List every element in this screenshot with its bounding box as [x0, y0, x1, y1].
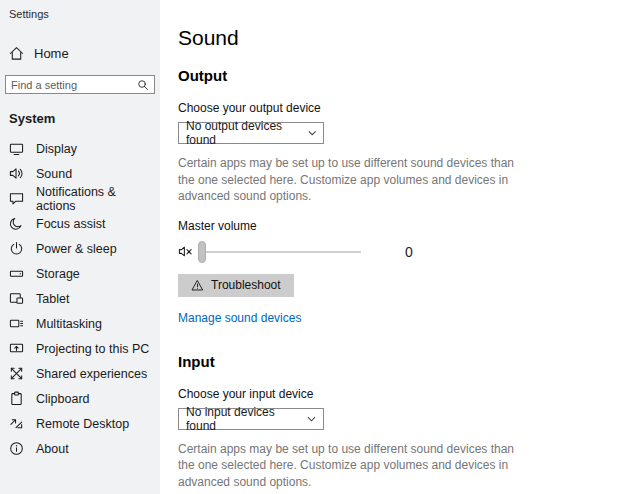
output-manage-sound-devices-link[interactable]: Manage sound devices: [178, 311, 301, 325]
sidebar-item-label: Storage: [36, 267, 80, 281]
output-device-value: No output devices found: [186, 119, 308, 147]
sidebar-item-label: Multitasking: [36, 317, 102, 331]
sidebar-item-sound[interactable]: Sound: [0, 161, 160, 186]
sidebar-item-label: Tablet: [36, 292, 69, 306]
sidebar-item-label: Notifications & actions: [36, 185, 151, 213]
sidebar-section-system: System: [0, 111, 160, 126]
warning-icon: [191, 279, 204, 292]
sidebar-nav: Display Sound Notifications & actions Fo…: [0, 136, 160, 461]
sidebar-item-label: About: [36, 442, 69, 456]
input-section-title: Input: [178, 353, 640, 370]
master-volume-slider[interactable]: [198, 251, 361, 253]
page-title: Sound: [178, 26, 640, 50]
sidebar-item-clipboard[interactable]: Clipboard: [0, 386, 160, 411]
settings-window: Settings Home System Display: [0, 0, 640, 494]
speaker-muted-icon[interactable]: [178, 244, 193, 259]
power-icon: [9, 241, 24, 256]
input-device-value: No input devices found: [186, 405, 307, 433]
sidebar-item-notifications[interactable]: Notifications & actions: [0, 186, 160, 211]
sidebar: Settings Home System Display: [0, 0, 160, 494]
sidebar-item-remote-desktop[interactable]: Remote Desktop: [0, 411, 160, 436]
output-device-label: Choose your output device: [178, 101, 640, 115]
output-troubleshoot-button[interactable]: Troubleshoot: [178, 274, 294, 297]
input-device-label: Choose your input device: [178, 387, 640, 401]
home-label: Home: [34, 46, 69, 61]
chevron-down-icon: [307, 416, 316, 422]
home-icon: [9, 46, 24, 61]
focus-assist-icon: [9, 216, 24, 231]
sidebar-item-about[interactable]: About: [0, 436, 160, 461]
master-volume-row: 0: [178, 241, 640, 263]
sidebar-item-multitasking[interactable]: Multitasking: [0, 311, 160, 336]
shared-experiences-icon: [9, 366, 24, 381]
search-box[interactable]: [5, 75, 155, 94]
sidebar-item-shared-experiences[interactable]: Shared experiences: [0, 361, 160, 386]
sidebar-item-label: Power & sleep: [36, 242, 117, 256]
master-volume-value: 0: [405, 244, 413, 260]
sidebar-item-power-sleep[interactable]: Power & sleep: [0, 236, 160, 261]
sidebar-item-label: Shared experiences: [36, 367, 147, 381]
sidebar-item-home[interactable]: Home: [0, 41, 160, 66]
input-description: Certain apps may be set up to use differ…: [178, 441, 516, 491]
master-volume-slider-thumb[interactable]: [198, 241, 206, 263]
about-icon: [9, 441, 24, 456]
search-input[interactable]: [11, 79, 137, 91]
sidebar-item-label: Clipboard: [36, 392, 90, 406]
tablet-icon: [9, 291, 24, 306]
sound-icon: [9, 166, 24, 181]
sidebar-item-tablet[interactable]: Tablet: [0, 286, 160, 311]
sidebar-item-label: Remote Desktop: [36, 417, 129, 431]
clipboard-icon: [9, 391, 24, 406]
input-device-dropdown[interactable]: No input devices found: [178, 408, 324, 430]
remote-desktop-icon: [9, 416, 24, 431]
search-icon[interactable]: [137, 79, 149, 91]
multitasking-icon: [9, 316, 24, 331]
sidebar-item-label: Projecting to this PC: [36, 342, 149, 356]
projecting-icon: [9, 341, 24, 356]
window-title: Settings: [0, 8, 160, 20]
master-volume-label: Master volume: [178, 219, 640, 233]
sidebar-item-focus-assist[interactable]: Focus assist: [0, 211, 160, 236]
sidebar-item-storage[interactable]: Storage: [0, 261, 160, 286]
sidebar-item-projecting[interactable]: Projecting to this PC: [0, 336, 160, 361]
chevron-down-icon: [308, 130, 316, 136]
sidebar-item-label: Sound: [36, 167, 72, 181]
display-icon: [9, 141, 24, 156]
output-device-dropdown[interactable]: No output devices found: [178, 122, 324, 144]
sidebar-item-label: Focus assist: [36, 217, 105, 231]
troubleshoot-label: Troubleshoot: [211, 278, 281, 292]
notifications-icon: [9, 191, 24, 206]
output-section-title: Output: [178, 67, 640, 84]
sidebar-item-display[interactable]: Display: [0, 136, 160, 161]
main-content: Sound Output Choose your output device N…: [160, 0, 640, 494]
storage-icon: [9, 266, 24, 281]
output-description: Certain apps may be set up to use differ…: [178, 155, 516, 205]
sidebar-item-label: Display: [36, 142, 77, 156]
